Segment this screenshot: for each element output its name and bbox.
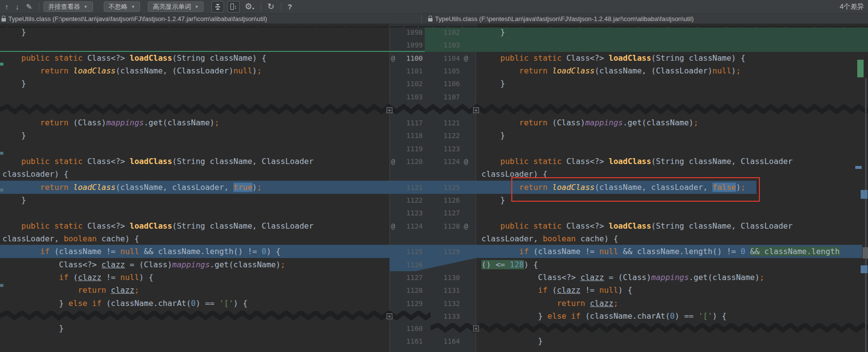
whitespace-ignore-dropdown[interactable]: 不忽略 ▼: [104, 1, 140, 12]
scrollbar-marker-thumb[interactable]: [863, 247, 868, 258]
code-line[interactable]: return clazz;: [2, 284, 389, 297]
code-line[interactable]: [481, 207, 868, 219]
folded-region[interactable]: [431, 323, 868, 334]
viewer-mode-dropdown[interactable]: 并排查看器 ▼: [44, 1, 93, 12]
scrollbar-marker-change-blue[interactable]: [861, 265, 868, 273]
code-line[interactable]: [2, 142, 389, 155]
next-difference-button[interactable]: ↓: [14, 2, 22, 11]
code-line[interactable]: } else if (className.charAt(0) == '[') {: [481, 310, 868, 323]
code-line[interactable]: }: [2, 322, 389, 335]
refresh-button[interactable]: ↻: [266, 1, 276, 12]
code-token: else: [548, 311, 567, 321]
code-line[interactable]: [481, 142, 868, 155]
code-line[interactable]: [2, 91, 389, 103]
line-number: 1117: [390, 117, 423, 129]
right-file-path: TypeUtils.class (F:\pentest\Lan\java\fas…: [435, 15, 694, 23]
code-line[interactable]: if (className != null && className.lengt…: [481, 245, 868, 258]
code-line[interactable]: return loadClass(className, (ClassLoader…: [481, 65, 868, 77]
code-token: boolean: [64, 234, 96, 243]
highlight-mode-dropdown[interactable]: 高亮显示单词 ▼: [148, 1, 204, 12]
code-token: (className !=: [49, 247, 120, 256]
scrollbar-track[interactable]: [865, 78, 867, 352]
code-token: ) {: [524, 260, 538, 269]
code-token: ) {: [618, 285, 632, 295]
code-line[interactable]: public static Class<?> loadClass(String …: [481, 220, 868, 233]
code-token: }: [2, 299, 69, 308]
previous-difference-button[interactable]: ↑: [3, 2, 11, 11]
code-line[interactable]: } else if (className.charAt(0) == '[') {: [2, 297, 389, 310]
line-number: 1123: [390, 207, 423, 219]
code-line[interactable]: if (clazz != null) {: [481, 284, 868, 297]
code-line[interactable]: classLoader) {: [2, 168, 389, 181]
code-token: }: [481, 131, 505, 140]
expand-fold-button[interactable]: +: [473, 326, 479, 331]
code-token: (className, (ClassLoader): [594, 66, 712, 75]
settings-button[interactable]: ⚙▾: [243, 1, 256, 12]
scrollbar-marker-change-blue[interactable]: [855, 166, 862, 169]
code-line[interactable]: return loadClass(className, classLoader,…: [2, 181, 389, 194]
code-line[interactable]: }: [481, 335, 868, 348]
code-line[interactable]: }: [481, 26, 868, 39]
code-token: Class<?>: [83, 221, 130, 231]
sync-scroll-toggle[interactable]: ↕: [227, 1, 240, 13]
code-line[interactable]: return (Class)mappings.get(className);: [481, 117, 868, 129]
code-line[interactable]: classLoader, boolean cache) {: [481, 233, 868, 245]
code-line[interactable]: [2, 39, 389, 51]
gutter-change-mark: [0, 63, 3, 66]
code-token: ;: [693, 118, 698, 127]
code-line[interactable]: [481, 91, 868, 103]
code-line[interactable]: }: [2, 26, 389, 39]
code-token: }: [2, 27, 26, 37]
code-line[interactable]: public static Class<?> loadClass(String …: [2, 155, 389, 168]
code-token: (className, classLoader,: [115, 183, 233, 192]
code-line[interactable]: public static Class<?> loadClass(String …: [2, 52, 389, 65]
code-line[interactable]: public static Class<?> loadClass(String …: [481, 155, 868, 168]
code-line[interactable]: if (className != null && className.lengt…: [2, 245, 389, 258]
collapse-unchanged-toggle[interactable]: [211, 1, 224, 13]
code-line[interactable]: return (Class)mappings.get(className);: [2, 117, 389, 129]
code-line[interactable]: }: [481, 77, 868, 90]
code-token: null: [712, 66, 731, 75]
scrollbar-marker-change-green[interactable]: [857, 60, 864, 77]
code-token: }: [481, 336, 543, 346]
code-line[interactable]: [481, 39, 868, 51]
code-line[interactable]: () <= 128) {: [481, 258, 868, 271]
code-line[interactable]: public static Class<?> loadClass(String …: [2, 220, 389, 233]
scrollbar-marker-change-blue[interactable]: [861, 190, 868, 199]
gutter-change-mark: [0, 284, 3, 287]
code-token: (className.charAt(: [580, 311, 670, 321]
code-line[interactable]: if (clazz != null) {: [2, 271, 389, 284]
expand-fold-button[interactable]: +: [387, 107, 392, 113]
code-token: !=: [580, 285, 599, 295]
code-token: classLoader) {: [2, 169, 69, 179]
help-button[interactable]: ?: [286, 2, 294, 11]
diff-count-label: 4个差异: [840, 2, 864, 11]
code-token: loadClass: [130, 157, 172, 166]
edit-icon[interactable]: ✎: [24, 2, 34, 11]
code-line[interactable]: [2, 335, 389, 348]
line-number: 1127: [428, 207, 460, 219]
code-line[interactable]: Class<?> clazz = (Class)mappings.get(cla…: [481, 271, 868, 284]
code-token: null: [599, 247, 618, 256]
folded-region[interactable]: [0, 311, 431, 322]
expand-fold-button[interactable]: +: [387, 313, 392, 319]
code-line[interactable]: classLoader, boolean cache) {: [2, 233, 389, 245]
code-line[interactable]: }: [481, 129, 868, 142]
expand-fold-button[interactable]: +: [473, 107, 479, 113]
folded-region[interactable]: [0, 104, 868, 116]
code-token: ;: [759, 273, 764, 282]
code-line[interactable]: public static Class<?> loadClass(String …: [481, 52, 868, 65]
code-line[interactable]: return loadClass(className, (ClassLoader…: [2, 65, 389, 77]
line-number: 1107: [428, 91, 460, 103]
code-line[interactable]: return clazz;: [481, 297, 868, 310]
code-line[interactable]: [2, 207, 389, 219]
code-line[interactable]: }: [2, 77, 389, 90]
code-token: public static: [501, 157, 562, 166]
code-token: .get(className): [623, 118, 694, 127]
code-line[interactable]: }: [2, 194, 389, 207]
code-line[interactable]: Class<?> clazz = (Class)mappings.get(cla…: [2, 258, 389, 271]
code-line[interactable]: }: [2, 129, 389, 142]
code-token: ) {: [233, 299, 248, 308]
code-token: }: [2, 131, 26, 140]
code-token: ;: [135, 285, 139, 295]
